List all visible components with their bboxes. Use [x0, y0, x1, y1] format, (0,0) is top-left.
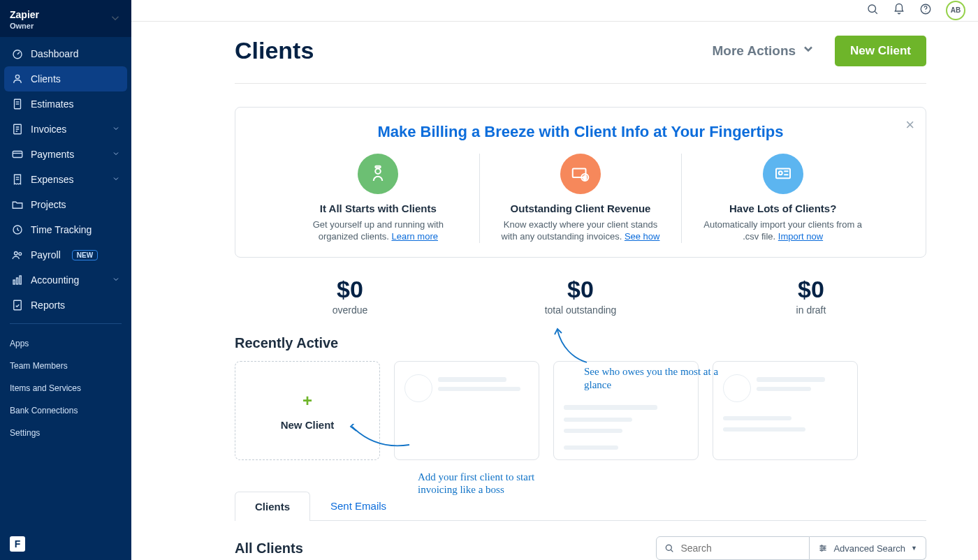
- recently-active-row: + New Client: [235, 361, 926, 460]
- sidebar-item-payments[interactable]: Payments: [4, 142, 127, 167]
- chevron-down-icon: [112, 149, 120, 160]
- page-header: Clients More Actions New Client: [235, 36, 926, 84]
- app-logo[interactable]: F: [10, 536, 25, 552]
- user-avatar[interactable]: AB: [946, 1, 965, 20]
- hero-col-body: Know exactly where your client stands wi…: [497, 219, 665, 243]
- sidebar-item-label: Invoices: [31, 124, 66, 135]
- new-badge: NEW: [72, 250, 98, 260]
- stat-value: $0: [696, 276, 926, 303]
- svg-rect-16: [14, 300, 22, 310]
- chevron-down-icon: [112, 124, 120, 135]
- hero-col-icon: $: [560, 154, 601, 194]
- sidebar-item-dashboard[interactable]: Dashboard: [4, 41, 127, 66]
- svg-rect-15: [20, 276, 21, 284]
- hero-col-icon: [358, 154, 398, 194]
- sidebar-item-label: Payroll: [31, 249, 61, 260]
- stat-label: total outstanding: [465, 304, 696, 316]
- page-actions: More Actions New Client: [712, 36, 926, 66]
- page-title: Clients: [235, 37, 314, 64]
- hero-col-link[interactable]: Import now: [778, 231, 823, 242]
- new-client-card-label: New Client: [281, 419, 335, 431]
- secondary-nav-items-and-services[interactable]: Items and Services: [10, 377, 122, 399]
- main: AB Clients More Actions New Client × Mak…: [131, 0, 978, 560]
- hero-col-title: Outstanding Client Revenue: [511, 202, 651, 214]
- plus-icon: +: [302, 391, 312, 411]
- sidebar-item-label: Payments: [31, 149, 74, 160]
- sidebar-item-label: Accounting: [31, 274, 79, 286]
- secondary-nav-settings[interactable]: Settings: [10, 422, 122, 444]
- sidebar-item-expenses[interactable]: Expenses: [4, 167, 127, 192]
- hero-col-title: It All Starts with Clients: [320, 202, 437, 214]
- tab-sent-emails[interactable]: Sent Emails: [310, 491, 407, 520]
- svg-point-37: [822, 550, 823, 551]
- svg-rect-6: [13, 152, 22, 158]
- clock-icon: [11, 223, 24, 236]
- placeholder-card: [713, 361, 858, 460]
- chart-icon: [11, 274, 24, 286]
- search-icon[interactable]: [866, 3, 879, 17]
- more-actions-dropdown[interactable]: More Actions: [712, 42, 815, 59]
- stat-in-draft: $0in draft: [696, 276, 926, 316]
- sidebar-item-label: Expenses: [31, 174, 73, 185]
- sidebar-item-time-tracking[interactable]: Time Tracking: [4, 217, 127, 242]
- sidebar-item-accounting[interactable]: Accounting: [4, 267, 127, 293]
- caret-down-icon: ▼: [911, 545, 917, 552]
- help-icon[interactable]: [919, 3, 932, 17]
- stat-value: $0: [235, 276, 465, 303]
- hero-col-title: Have Lots of Clients?: [729, 202, 836, 214]
- sidebar-item-payroll[interactable]: PayrollNEW: [4, 242, 127, 267]
- callout-first-client: Add your first client to start invoicing…: [418, 471, 557, 497]
- new-client-button[interactable]: New Client: [835, 36, 926, 66]
- advanced-search-label: Advanced Search: [833, 543, 905, 554]
- sidebar-item-invoices[interactable]: Invoices: [4, 117, 127, 142]
- secondary-nav-team-members[interactable]: Team Members: [10, 355, 122, 377]
- svg-point-35: [822, 545, 823, 547]
- svg-point-27: [778, 171, 782, 175]
- stat-overdue: $0overdue: [235, 276, 465, 316]
- card-icon: [11, 148, 24, 161]
- account-switcher[interactable]: Zapier Owner: [0, 0, 131, 37]
- svg-point-21: [376, 168, 381, 174]
- hero-col-link[interactable]: See how: [625, 231, 660, 242]
- sidebar-item-reports[interactable]: Reports: [4, 293, 127, 318]
- placeholder-card: [394, 361, 539, 460]
- svg-point-20: [925, 12, 926, 13]
- svg-line-18: [875, 12, 877, 14]
- hero-col-1: $Outstanding Client RevenueKnow exactly …: [479, 154, 682, 243]
- svg-point-17: [868, 5, 876, 13]
- sidebar-item-label: Reports: [31, 300, 65, 311]
- svg-line-31: [671, 550, 673, 552]
- sidebar: Zapier Owner DashboardClientsEstimatesIn…: [0, 0, 131, 560]
- sidebar-item-label: Clients: [31, 73, 61, 84]
- notifications-icon[interactable]: [893, 3, 905, 17]
- primary-nav: DashboardClientsEstimatesInvoicesPayment…: [0, 37, 131, 318]
- sidebar-footer: F: [0, 528, 131, 560]
- stat-label: overdue: [235, 304, 465, 316]
- company-role: Owner: [10, 22, 39, 30]
- hero-col-body: Get yourself up and running with organiz…: [294, 219, 462, 243]
- sidebar-item-label: Projects: [31, 199, 66, 210]
- sidebar-item-estimates[interactable]: Estimates: [4, 91, 127, 117]
- secondary-nav: AppsTeam MembersItems and ServicesBank C…: [0, 330, 131, 447]
- close-icon[interactable]: ×: [905, 116, 914, 134]
- chevron-down-icon: [801, 42, 815, 59]
- sidebar-item-projects[interactable]: Projects: [4, 192, 127, 217]
- list-header: All Clients Advanced Search ▼: [235, 536, 926, 560]
- advanced-search-button[interactable]: Advanced Search ▼: [810, 536, 926, 560]
- svg-point-11: [15, 252, 18, 256]
- tab-clients[interactable]: Clients: [235, 492, 310, 521]
- hero-col-link[interactable]: Learn more: [391, 231, 437, 242]
- invoice-icon: [11, 123, 24, 135]
- svg-point-36: [824, 547, 825, 549]
- svg-point-1: [15, 75, 19, 78]
- folder-icon: [11, 198, 24, 211]
- secondary-nav-bank-connections[interactable]: Bank Connections: [10, 399, 122, 422]
- receipt-icon: [11, 173, 24, 186]
- secondary-nav-apps[interactable]: Apps: [10, 332, 122, 355]
- hero-col-body: Automatically import your clients from a…: [699, 219, 867, 243]
- sidebar-item-clients[interactable]: Clients: [4, 66, 127, 91]
- report-icon: [11, 299, 24, 311]
- all-clients-title: All Clients: [235, 540, 303, 557]
- search-box[interactable]: [656, 536, 810, 560]
- search-input[interactable]: [679, 542, 802, 554]
